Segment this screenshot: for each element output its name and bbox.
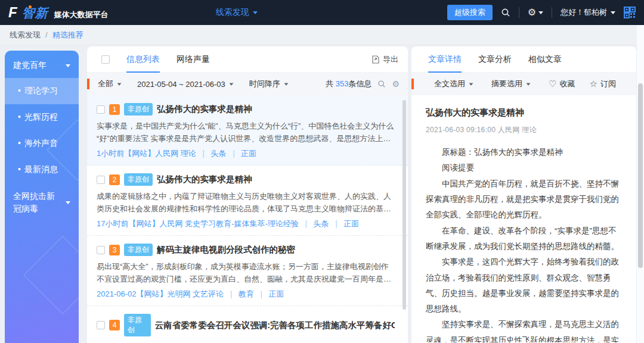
date-range-dropdown[interactable]: 2021-05-04 ~ 2021-06-03 bbox=[137, 80, 234, 89]
subscribe-label: 订阅 bbox=[600, 79, 616, 89]
user-greeting-label: 您好！郁柏树 bbox=[561, 7, 607, 18]
fulltext-select-label: 全文选用 bbox=[434, 79, 465, 89]
list-item[interactable]: 2非原创弘扬伟大的实事求是精神成果的逻辑脉络之中，内蕴了辩证唯物主义与历史唯物主… bbox=[87, 166, 408, 236]
chevron-down-icon bbox=[538, 11, 543, 14]
fulltext-select-dropdown[interactable]: 全文选用 bbox=[434, 79, 473, 89]
result-count: 共 353条信息 bbox=[326, 79, 371, 89]
article-paragraph: 实事求是，这四个光辉大字，始终考验着我们的政治立场，考验着我们的党性原则、群众观… bbox=[426, 254, 623, 317]
item-summary: 易出现“高大全”，形成刻板印象，成为英模事迹流水账；另一方面，主旋律电视剧创作不… bbox=[97, 260, 395, 285]
article-paragraph: 原标题：弘扬伟大的实事求是精神 bbox=[426, 145, 623, 160]
nav-menu-clue-discovery[interactable]: 线索发现 bbox=[216, 7, 258, 18]
abstract-select-label: 摘要选用 bbox=[491, 79, 522, 89]
search-icon[interactable] bbox=[501, 8, 510, 17]
logo-f-mark: F bbox=[8, 4, 17, 21]
item-tag: 头条 bbox=[211, 149, 227, 158]
chevron-down-icon bbox=[284, 83, 288, 85]
breadcrumb-root[interactable]: 线索发现 bbox=[10, 30, 41, 40]
platform-title: 媒体大数据平台 bbox=[54, 10, 109, 20]
list-scrollbar[interactable] bbox=[402, 100, 406, 310]
export-button[interactable]: 导出 bbox=[371, 54, 398, 65]
list-item[interactable]: 4非原创云南省委常委会召开会议强调:完善各项工作措施高水平筹备好COP15。 会… bbox=[87, 306, 408, 342]
item-tag: 教育 bbox=[239, 289, 254, 298]
chevron-down-icon bbox=[66, 201, 70, 204]
list-settings-gear-icon[interactable]: ⚙ bbox=[392, 80, 400, 88]
article-body: 原标题：弘扬伟大的实事求是精神阅读提要中国共产党的百年历程，就是百折不挠、坚持不… bbox=[426, 145, 623, 342]
abstract-select-dropdown[interactable]: 摘要选用 bbox=[491, 79, 531, 89]
item-tag: 正面 bbox=[241, 149, 256, 158]
export-label: 导出 bbox=[383, 54, 398, 65]
info-list: 1非原创弘扬伟大的实事求是精神实事求是，是中国共产党为什么“能”、马克思主义为什… bbox=[87, 95, 408, 342]
user-greeting-menu[interactable]: 您好！郁柏树 bbox=[561, 7, 615, 18]
origin-type-badge: 非原创 bbox=[124, 173, 153, 186]
sidebar-item-label: 最新消息 bbox=[24, 164, 58, 174]
item-meta: 1小时前【网站】人民网 理论｜头条｜正面 bbox=[97, 148, 395, 159]
sidebar-item-label: 光辉历程 bbox=[24, 112, 58, 121]
item-checkbox[interactable] bbox=[97, 321, 105, 329]
qr-code-icon[interactable] bbox=[624, 7, 636, 18]
list-item[interactable]: 1非原创弘扬伟大的实事求是精神实事求是，是中国共产党为什么“能”、马克思主义为什… bbox=[87, 95, 408, 166]
sidebar-item-最新消息[interactable]: •最新消息 bbox=[5, 157, 79, 183]
meta-separator: ｜ bbox=[302, 219, 310, 228]
meta-separator: ｜ bbox=[332, 219, 340, 228]
sidebar-item-光辉历程[interactable]: •光辉历程 bbox=[5, 104, 79, 130]
page-scrollbar-thumb[interactable] bbox=[638, 83, 643, 268]
list-panel-tabbar: 信息列表网络声量 导出 bbox=[87, 46, 408, 73]
tab-网络声量[interactable]: 网络声量 bbox=[177, 46, 210, 73]
info-list-panel: 信息列表网络声量 导出 全部 2021-05-04 ~ 2021-06-03 时… bbox=[87, 46, 408, 343]
item-source: 2021-06-02【网站】光明网 文艺评论 bbox=[97, 289, 224, 298]
list-item[interactable]: 3非原创解码主旋律电视剧分段式创作的秘密易出现“高大全”，形成刻板印象，成为英模… bbox=[87, 236, 408, 306]
tab-相似文章[interactable]: 相似文章 bbox=[528, 46, 562, 73]
star-icon: ☆ bbox=[589, 79, 597, 89]
item-title[interactable]: 弘扬伟大的实事求是精神 bbox=[157, 104, 252, 115]
heart-icon: ♡ bbox=[549, 79, 556, 89]
item-tag: 正面 bbox=[269, 289, 284, 298]
item-summary: 。 会议强调，要认真学习贯彻《中国共产党组织工作条例》，坚持和加强党对组织工作的… bbox=[97, 341, 395, 342]
sidebar-item-海外声音[interactable]: •海外声音 bbox=[5, 130, 79, 157]
list-search-icon[interactable] bbox=[377, 80, 386, 88]
rank-badge: 2 bbox=[109, 174, 120, 185]
sidebar-group-covid[interactable]: 全网抗击新冠病毒 bbox=[5, 183, 79, 222]
sidebar-group-label: 建党百年 bbox=[13, 60, 47, 71]
top-navbar: F 智新 媒体大数据平台 线索发现 超级搜索 ⚙ 您好！郁柏树 bbox=[0, 0, 644, 25]
item-checkbox[interactable] bbox=[97, 176, 105, 184]
tab-信息列表[interactable]: 信息列表 bbox=[126, 46, 160, 73]
app-logo: F 智新 媒体大数据平台 bbox=[8, 4, 109, 21]
tab-文章分析[interactable]: 文章分析 bbox=[478, 46, 512, 73]
item-title[interactable]: 解码主旋律电视剧分段式创作的秘密 bbox=[157, 244, 295, 255]
tab-文章详情[interactable]: 文章详情 bbox=[428, 46, 462, 73]
super-search-button[interactable]: 超级搜索 bbox=[447, 5, 493, 20]
article-title: 弘扬伟大的实事求是精神 bbox=[426, 107, 623, 119]
article-detail-panel: 文章详情文章分析相似文章 全文选用 摘要选用 ♡ 收藏 ☆ 订阅 弘扬伟大的实事… bbox=[411, 46, 636, 343]
detail-action-bar: 全文选用 摘要选用 ♡ 收藏 ☆ 订阅 bbox=[411, 73, 636, 95]
item-title[interactable]: 云南省委常委会召开会议强调:完善各项工作措施高水平筹备好COP15 bbox=[155, 320, 395, 331]
chevron-down-icon bbox=[229, 83, 233, 85]
breadcrumb: 线索发现 / 精选推荐 bbox=[0, 25, 644, 45]
origin-type-badge: 非原创 bbox=[124, 314, 151, 336]
item-summary: 成果的逻辑脉络之中，内蕴了辩证唯物主义与历史唯物主义对客观世界、人的实践、人类历… bbox=[97, 190, 395, 215]
sidebar-item-理论学习[interactable]: •理论学习 bbox=[5, 78, 79, 104]
nav-divider bbox=[519, 7, 519, 18]
detail-panel-tabbar: 文章详情文章分析相似文章 bbox=[411, 46, 636, 73]
scope-filter-dropdown[interactable]: 全部 bbox=[98, 79, 122, 89]
page-scrollbar-track[interactable] bbox=[637, 25, 644, 343]
item-meta: 17小时前【网站】人民网 党史学习教育-媒体集萃-理论经验｜头条｜正面 bbox=[97, 219, 395, 229]
chevron-down-icon bbox=[611, 11, 615, 14]
article-paragraph: 在革命、建设、改革各个阶段，“实事求是”思想不断继承发展，成为我们党长期坚持的思… bbox=[426, 223, 623, 255]
subscribe-button[interactable]: ☆ 订阅 bbox=[589, 79, 615, 89]
item-checkbox[interactable] bbox=[97, 105, 105, 114]
filter-accent-bar bbox=[87, 79, 89, 89]
item-checkbox[interactable] bbox=[97, 246, 105, 254]
settings-gear-menu[interactable]: ⚙ bbox=[528, 8, 543, 17]
item-tag: 头条 bbox=[313, 219, 329, 228]
item-title[interactable]: 弘扬伟大的实事求是精神 bbox=[157, 174, 252, 185]
chevron-down-icon bbox=[117, 83, 122, 85]
select-all-checkbox[interactable] bbox=[101, 55, 110, 64]
chevron-down-icon bbox=[527, 83, 531, 85]
sidebar-group-party-centenary[interactable]: 建党百年 bbox=[5, 53, 79, 78]
sidebar-group-label: 全网抗击新冠病毒 bbox=[13, 190, 62, 215]
item-tag: 正面 bbox=[343, 219, 359, 228]
sort-order-dropdown[interactable]: 时间降序 bbox=[249, 79, 289, 89]
chevron-down-icon bbox=[469, 83, 473, 85]
favorite-button[interactable]: ♡ 收藏 bbox=[549, 79, 575, 89]
scope-filter-label: 全部 bbox=[98, 79, 113, 89]
